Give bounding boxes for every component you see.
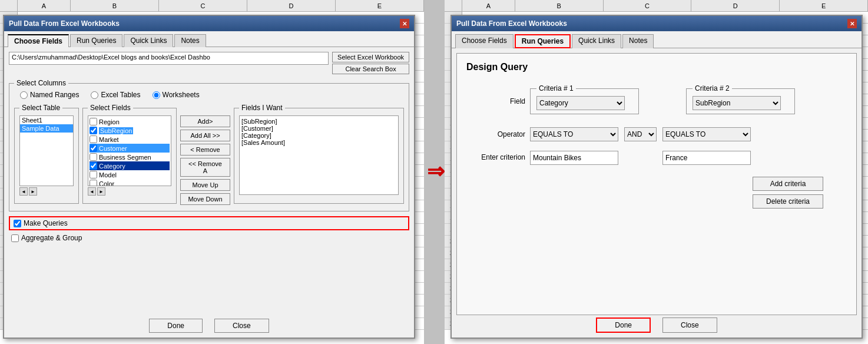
right-tab-bar: Choose Fields Run Queries Quick Links No… (452, 31, 862, 48)
field-category[interactable]: Category (90, 161, 170, 170)
field-customer[interactable]: Customer (90, 144, 170, 153)
clear-search-btn[interactable]: Clear Search Box (332, 64, 409, 74)
field-model-label: Model (99, 171, 117, 178)
field-market[interactable]: Market (90, 135, 170, 144)
make-queries-cb[interactable] (14, 220, 21, 227)
tab-run-queries-right[interactable]: Run Queries (515, 34, 571, 48)
tab-choose-fields-right[interactable]: Choose Fields (455, 34, 513, 48)
criteria1-operator-select[interactable]: EQUALS TO (530, 127, 618, 141)
col-c-header-r: C (604, 0, 692, 12)
table-scroll-right[interactable]: ► (29, 187, 37, 196)
field-subregion-cb[interactable] (90, 127, 97, 134)
col-b-header-r: B (515, 0, 604, 12)
right-done-btn[interactable]: Done (596, 317, 651, 333)
criteria2-fieldset: Criteria # 2 SubRegion (686, 84, 795, 114)
fields-scroll-right[interactable]: ► (97, 187, 105, 196)
field-customer-cb[interactable] (90, 144, 97, 152)
field-category-cb[interactable] (90, 162, 97, 170)
select-table-fieldset: Select Table Sheet1 Sample Data ◄ ► (14, 104, 79, 204)
fields-checkbox-list[interactable]: Region SubRegion Market Customer Busines (88, 115, 171, 186)
aggregate-cb[interactable] (11, 234, 19, 242)
aggregate-row: Aggregate & Group (9, 234, 409, 242)
field-region[interactable]: Region (90, 117, 170, 126)
field-business-segment-label: Business Segmen (99, 154, 151, 161)
tab-notes-right[interactable]: Notes (622, 34, 654, 48)
field-color[interactable]: Color (90, 179, 170, 186)
table-item-sheet1[interactable]: Sheet1 (20, 116, 73, 124)
radio-named-ranges[interactable]: Named Ranges (20, 91, 79, 99)
design-query-box: Design Query Field Criteria # 1 Category (456, 53, 857, 315)
field-market-label: Market (99, 136, 119, 143)
col-d-header: D (247, 0, 336, 12)
tab-notes-left[interactable]: Notes (174, 34, 206, 47)
col-e-header: E (336, 0, 424, 12)
tab-run-queries-left[interactable]: Run Queries (70, 34, 122, 47)
radio-worksheets[interactable]: Worksheets (153, 91, 200, 99)
field-color-cb[interactable] (90, 180, 97, 186)
and-select[interactable]: AND (624, 127, 657, 141)
left-done-btn[interactable]: Done (149, 319, 203, 333)
field-subregion[interactable]: SubRegion (90, 126, 170, 135)
remove-btn[interactable]: < Remove (180, 144, 230, 156)
fields-want-list[interactable]: [SubRegion] [Customer] [Category] [Sales… (239, 115, 399, 195)
col-b-header: B (71, 0, 159, 12)
left-dialog-footer: Done Close (4, 319, 414, 333)
field-business-segment[interactable]: Business Segmen (90, 153, 170, 161)
select-workbook-btn[interactable]: Select Excel Workbook (332, 52, 409, 62)
criteria2-value-input[interactable] (662, 151, 751, 165)
tab-choose-fields-left[interactable]: Choose Fields (8, 34, 69, 47)
move-down-btn[interactable]: Move Down (180, 193, 230, 205)
field-criteria-boxes: Criteria # 1 Category Criteria # 2 SubRe… (530, 84, 795, 118)
radio-named-ranges-label: Named Ranges (30, 91, 79, 99)
right-close-btn[interactable]: Close (662, 317, 717, 333)
aggregate-label: Aggregate & Group (21, 234, 82, 242)
action-buttons-panel: Add> Add All >> < Remove << Remove A Mov… (180, 104, 230, 205)
field-customer-label: Customer (99, 145, 127, 152)
tab-quick-links-right[interactable]: Quick Links (572, 34, 621, 48)
select-table-legend: Select Table (19, 104, 62, 112)
move-up-btn[interactable]: Move Up (180, 179, 230, 191)
want-category: [Category] (241, 132, 396, 139)
field-subregion-label: SubRegion (99, 127, 133, 134)
add-btn[interactable]: Add> (180, 115, 230, 127)
radio-worksheets-label: Worksheets (163, 91, 200, 99)
remove-all-btn[interactable]: << Remove A (180, 158, 230, 177)
radio-excel-tables[interactable]: Excel Tables (91, 91, 140, 99)
want-customer: [Customer] (241, 125, 396, 132)
radio-excel-tables-input[interactable] (91, 91, 98, 99)
radio-worksheets-input[interactable] (153, 91, 160, 99)
workbook-btn-stack: Select Excel Workbook Clear Search Box (332, 52, 409, 74)
fields-scroll-left[interactable]: ◄ (88, 187, 96, 196)
arrow-container: ⇒ (419, 159, 452, 184)
right-dialog-close-btn[interactable]: ✕ (847, 19, 857, 28)
criteria1-value-input[interactable] (530, 151, 618, 165)
arrow-symbol: ⇒ (427, 159, 445, 184)
field-market-cb[interactable] (90, 135, 97, 143)
add-criteria-btn[interactable]: Add criteria (753, 177, 823, 191)
left-dialog-close-btn[interactable]: ✕ (400, 19, 409, 28)
criteria2-field-select[interactable]: SubRegion (693, 96, 781, 110)
add-all-btn[interactable]: Add All >> (180, 130, 230, 141)
select-fields-fieldset: Select Fields Region SubRegion Market Cu… (82, 104, 177, 204)
fields-i-want-fieldset: Fields I Want [SubRegion] [Customer] [Ca… (234, 104, 404, 204)
left-dialog: Pull Data From Excel Workbooks ✕ Choose … (3, 15, 415, 339)
criteria1-fieldset: Criteria # 1 Category (530, 84, 639, 114)
criterion-label: Enter criterion (478, 151, 525, 161)
col-a-header: A (18, 0, 71, 12)
tab-quick-links-left[interactable]: Quick Links (124, 34, 173, 47)
field-model-cb[interactable] (90, 171, 97, 178)
left-close-btn[interactable]: Close (214, 319, 269, 333)
table-listbox[interactable]: Sheet1 Sample Data (19, 115, 74, 186)
operator-row: Operator EQUALS TO AND EQUALS TO (478, 127, 847, 141)
delete-criteria-btn[interactable]: Delete criteria (753, 194, 823, 209)
right-dialog-content: Design Query Field Criteria # 1 Category (452, 48, 862, 320)
criteria2-operator-select[interactable]: EQUALS TO (662, 127, 751, 141)
field-model[interactable]: Model (90, 170, 170, 179)
table-scroll-left[interactable]: ◄ (19, 187, 28, 196)
field-business-segment-cb[interactable] (90, 153, 97, 161)
field-color-label: Color (99, 180, 114, 187)
radio-named-ranges-input[interactable] (20, 91, 28, 99)
criteria1-field-select[interactable]: Category (536, 96, 625, 110)
field-region-cb[interactable] (90, 118, 97, 125)
table-item-sample-data[interactable]: Sample Data (20, 124, 73, 133)
